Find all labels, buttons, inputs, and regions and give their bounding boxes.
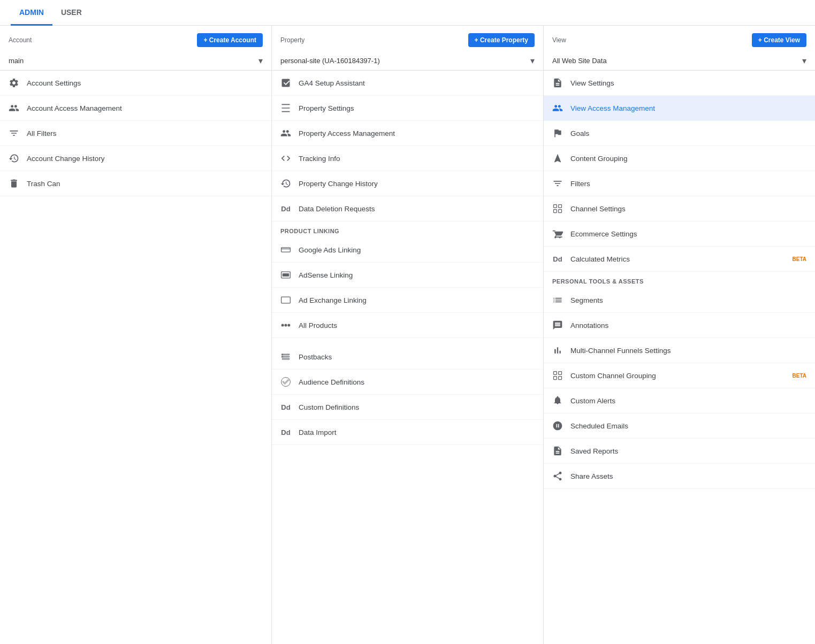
svg-rect-4 xyxy=(281,297,291,303)
svg-rect-12 xyxy=(554,210,557,213)
nav-item-filters[interactable]: Filters xyxy=(544,171,815,196)
postbacks-icon xyxy=(280,351,291,362)
main-content: Account + Create Account main ▾ Account … xyxy=(0,26,815,644)
nav-item-goals[interactable]: Goals xyxy=(544,121,815,146)
property-dropdown[interactable]: personal-site (UA-160184397-1) ▾ xyxy=(272,51,543,71)
property-settings-icon xyxy=(280,103,291,113)
svg-point-6 xyxy=(281,324,284,327)
nav-item-ga4-setup[interactable]: GA4 Setup Assistant xyxy=(272,71,543,96)
svg-rect-0 xyxy=(281,248,291,252)
tab-user[interactable]: USER xyxy=(52,1,90,26)
filter-icon xyxy=(9,128,19,139)
nav-item-custom-alerts[interactable]: Custom Alerts xyxy=(544,388,815,413)
property-change-history-label: Property Change History xyxy=(299,180,535,188)
calculated-metrics-dd-icon: Dd xyxy=(552,254,563,264)
goals-icon xyxy=(552,128,563,139)
segments-label: Segments xyxy=(570,296,806,304)
nav-item-saved-reports[interactable]: Saved Reports xyxy=(544,439,815,464)
nav-item-view-settings[interactable]: View Settings xyxy=(544,71,815,96)
create-view-button[interactable]: + Create View xyxy=(752,33,806,47)
custom-channel-grouping-label: Custom Channel Grouping xyxy=(570,372,782,380)
svg-rect-3 xyxy=(283,274,289,277)
alerts-icon xyxy=(552,395,563,406)
account-header: Account + Create Account xyxy=(0,26,271,51)
personal-tools-section-header: PERSONAL TOOLS & ASSETS xyxy=(544,272,815,288)
nav-item-property-access-management[interactable]: Property Access Management xyxy=(272,121,543,146)
nav-item-view-access-management[interactable]: View Access Management xyxy=(544,96,815,121)
nav-item-account-settings[interactable]: Account Settings xyxy=(0,71,271,96)
svg-rect-8 xyxy=(281,354,283,355)
adsense-icon xyxy=(280,270,291,280)
account-settings-label: Account Settings xyxy=(27,79,263,87)
ad-exchange-icon xyxy=(280,295,291,305)
content-grouping-icon xyxy=(552,153,563,164)
nav-item-audience-definitions[interactable]: Audience Definitions xyxy=(272,370,543,395)
create-account-button[interactable]: + Create Account xyxy=(197,33,263,47)
svg-point-7 xyxy=(287,324,290,327)
nav-item-property-change-history[interactable]: Property Change History xyxy=(272,171,543,196)
nav-item-tracking-info[interactable]: Tracking Info xyxy=(272,146,543,171)
nav-item-calculated-metrics[interactable]: Dd Calculated Metrics BETA xyxy=(544,247,815,272)
saved-reports-label: Saved Reports xyxy=(570,447,806,455)
nav-item-trash-can[interactable]: Trash Can xyxy=(0,171,271,196)
ga4-icon xyxy=(280,78,291,88)
property-column: Property + Create Property personal-site… xyxy=(272,26,544,644)
nav-item-content-grouping[interactable]: Content Grouping xyxy=(544,146,815,171)
all-filters-label: All Filters xyxy=(27,129,263,137)
tracking-info-label: Tracking Info xyxy=(299,155,535,163)
nav-item-data-deletion-requests[interactable]: Dd Data Deletion Requests xyxy=(272,196,543,221)
share-icon xyxy=(552,471,563,481)
product-linking-section-header: PRODUCT LINKING xyxy=(272,221,543,237)
svg-rect-9 xyxy=(281,356,283,357)
nav-item-channel-settings[interactable]: Channel Settings xyxy=(544,196,815,221)
nav-item-account-access-management[interactable]: Account Access Management xyxy=(0,96,271,121)
custom-definitions-label: Custom Definitions xyxy=(299,403,535,411)
nav-item-account-change-history[interactable]: Account Change History xyxy=(0,146,271,171)
history-icon xyxy=(9,153,19,164)
property-dropdown-chevron-icon: ▾ xyxy=(530,56,535,66)
nav-item-custom-channel-grouping[interactable]: Custom Channel Grouping BETA xyxy=(544,363,815,388)
account-dropdown[interactable]: main ▾ xyxy=(0,51,271,71)
tab-admin[interactable]: ADMIN xyxy=(11,1,52,26)
create-property-button[interactable]: + Create Property xyxy=(468,33,535,47)
svg-rect-10 xyxy=(554,205,557,208)
annotations-label: Annotations xyxy=(570,321,806,329)
people-icon xyxy=(9,103,19,113)
nav-item-all-filters[interactable]: All Filters xyxy=(0,121,271,146)
svg-point-5 xyxy=(285,324,287,327)
nav-item-scheduled-emails[interactable]: Scheduled Emails xyxy=(544,413,815,439)
bar-chart-icon xyxy=(552,345,563,356)
view-access-management-label: View Access Management xyxy=(570,104,806,112)
postbacks-label: Postbacks xyxy=(299,353,535,361)
nav-item-custom-definitions[interactable]: Dd Custom Definitions xyxy=(272,395,543,420)
property-history-icon xyxy=(280,178,291,189)
nav-item-property-settings[interactable]: Property Settings xyxy=(272,96,543,121)
calculated-metrics-beta-badge: BETA xyxy=(793,256,806,262)
nav-item-multi-channel-funnels[interactable]: Multi-Channel Funnels Settings xyxy=(544,338,815,363)
trash-icon xyxy=(9,178,19,189)
view-label: View xyxy=(552,36,566,44)
channel-settings-icon xyxy=(552,203,563,214)
audience-definitions-label: Audience Definitions xyxy=(299,378,535,386)
nav-item-share-assets[interactable]: Share Assets xyxy=(544,464,815,489)
report-icon xyxy=(552,446,563,456)
svg-rect-13 xyxy=(559,210,562,213)
nav-item-adsense-linking[interactable]: AdSense Linking xyxy=(272,263,543,288)
ga4-setup-label: GA4 Setup Assistant xyxy=(299,79,535,87)
nav-item-google-ads-linking[interactable]: Google Ads Linking xyxy=(272,237,543,263)
nav-item-annotations[interactable]: Annotations xyxy=(544,313,815,338)
nav-item-all-products[interactable]: All Products xyxy=(272,313,543,338)
google-ads-icon xyxy=(280,244,291,255)
filters-icon xyxy=(552,178,563,189)
nav-item-ecommerce-settings[interactable]: Ecommerce Settings xyxy=(544,221,815,247)
svg-rect-16 xyxy=(554,377,557,380)
nav-item-postbacks[interactable]: Postbacks xyxy=(272,344,543,370)
multi-channel-funnels-label: Multi-Channel Funnels Settings xyxy=(570,347,806,355)
view-dropdown-chevron-icon: ▾ xyxy=(802,56,806,66)
view-dropdown[interactable]: All Web Site Data ▾ xyxy=(544,51,815,71)
nav-item-ad-exchange-linking[interactable]: Ad Exchange Linking xyxy=(272,288,543,313)
data-import-label: Data Import xyxy=(299,428,535,436)
property-access-management-label: Property Access Management xyxy=(299,129,535,137)
nav-item-segments[interactable]: Segments xyxy=(544,288,815,313)
nav-item-data-import[interactable]: Dd Data Import xyxy=(272,420,543,445)
